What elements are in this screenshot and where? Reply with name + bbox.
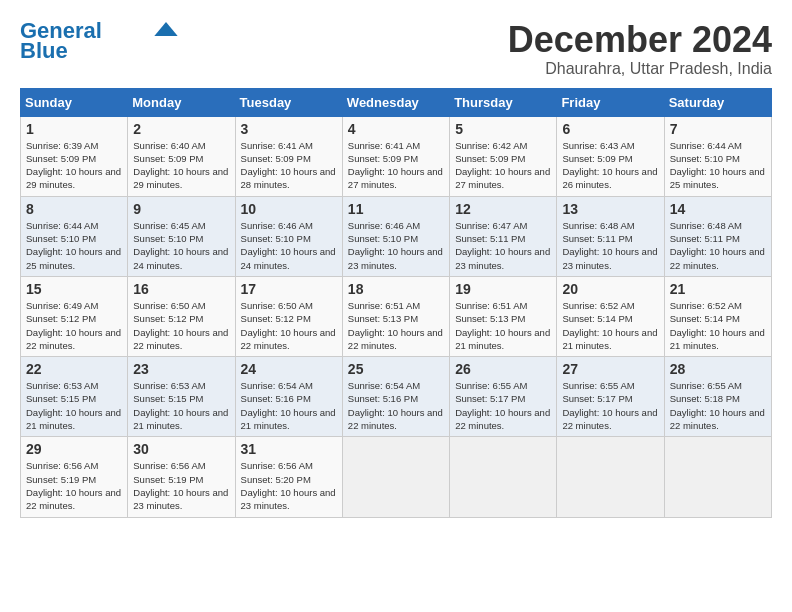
logo: General Blue xyxy=(20,20,178,62)
day-number: 15 xyxy=(26,281,122,297)
day-info: Sunrise: 6:44 AM Sunset: 5:10 PM Dayligh… xyxy=(670,140,765,191)
day-info: Sunrise: 6:55 AM Sunset: 5:18 PM Dayligh… xyxy=(670,380,765,431)
day-number: 27 xyxy=(562,361,658,377)
header-cell-tuesday: Tuesday xyxy=(235,88,342,116)
day-cell-14: 14 Sunrise: 6:48 AM Sunset: 5:11 PM Dayl… xyxy=(664,196,771,276)
day-info: Sunrise: 6:42 AM Sunset: 5:09 PM Dayligh… xyxy=(455,140,550,191)
day-number: 4 xyxy=(348,121,444,137)
day-cell-24: 24 Sunrise: 6:54 AM Sunset: 5:16 PM Dayl… xyxy=(235,357,342,437)
day-info: Sunrise: 6:39 AM Sunset: 5:09 PM Dayligh… xyxy=(26,140,121,191)
day-cell-20: 20 Sunrise: 6:52 AM Sunset: 5:14 PM Dayl… xyxy=(557,276,664,356)
calendar-week-4: 22 Sunrise: 6:53 AM Sunset: 5:15 PM Dayl… xyxy=(21,357,772,437)
day-number: 30 xyxy=(133,441,229,457)
day-number: 31 xyxy=(241,441,337,457)
day-cell-3: 3 Sunrise: 6:41 AM Sunset: 5:09 PM Dayli… xyxy=(235,116,342,196)
calendar-week-2: 8 Sunrise: 6:44 AM Sunset: 5:10 PM Dayli… xyxy=(21,196,772,276)
calendar-header: SundayMondayTuesdayWednesdayThursdayFrid… xyxy=(21,88,772,116)
day-info: Sunrise: 6:48 AM Sunset: 5:11 PM Dayligh… xyxy=(562,220,657,271)
day-number: 3 xyxy=(241,121,337,137)
header-cell-saturday: Saturday xyxy=(664,88,771,116)
day-cell-25: 25 Sunrise: 6:54 AM Sunset: 5:16 PM Dayl… xyxy=(342,357,449,437)
day-info: Sunrise: 6:55 AM Sunset: 5:17 PM Dayligh… xyxy=(562,380,657,431)
day-info: Sunrise: 6:52 AM Sunset: 5:14 PM Dayligh… xyxy=(562,300,657,351)
day-cell-9: 9 Sunrise: 6:45 AM Sunset: 5:10 PM Dayli… xyxy=(128,196,235,276)
day-cell-7: 7 Sunrise: 6:44 AM Sunset: 5:10 PM Dayli… xyxy=(664,116,771,196)
day-number: 29 xyxy=(26,441,122,457)
header-cell-monday: Monday xyxy=(128,88,235,116)
day-info: Sunrise: 6:47 AM Sunset: 5:11 PM Dayligh… xyxy=(455,220,550,271)
day-cell-27: 27 Sunrise: 6:55 AM Sunset: 5:17 PM Dayl… xyxy=(557,357,664,437)
day-cell-23: 23 Sunrise: 6:53 AM Sunset: 5:15 PM Dayl… xyxy=(128,357,235,437)
svg-marker-0 xyxy=(154,22,177,36)
day-info: Sunrise: 6:56 AM Sunset: 5:19 PM Dayligh… xyxy=(133,460,228,511)
day-cell-21: 21 Sunrise: 6:52 AM Sunset: 5:14 PM Dayl… xyxy=(664,276,771,356)
day-cell-5: 5 Sunrise: 6:42 AM Sunset: 5:09 PM Dayli… xyxy=(450,116,557,196)
day-number: 18 xyxy=(348,281,444,297)
day-cell-4: 4 Sunrise: 6:41 AM Sunset: 5:09 PM Dayli… xyxy=(342,116,449,196)
day-number: 6 xyxy=(562,121,658,137)
day-info: Sunrise: 6:46 AM Sunset: 5:10 PM Dayligh… xyxy=(348,220,443,271)
day-cell-1: 1 Sunrise: 6:39 AM Sunset: 5:09 PM Dayli… xyxy=(21,116,128,196)
day-number: 12 xyxy=(455,201,551,217)
day-number: 21 xyxy=(670,281,766,297)
calendar-week-3: 15 Sunrise: 6:49 AM Sunset: 5:12 PM Dayl… xyxy=(21,276,772,356)
day-cell-13: 13 Sunrise: 6:48 AM Sunset: 5:11 PM Dayl… xyxy=(557,196,664,276)
calendar-title: December 2024 xyxy=(508,20,772,60)
day-info: Sunrise: 6:54 AM Sunset: 5:16 PM Dayligh… xyxy=(241,380,336,431)
day-number: 26 xyxy=(455,361,551,377)
day-cell-2: 2 Sunrise: 6:40 AM Sunset: 5:09 PM Dayli… xyxy=(128,116,235,196)
day-number: 13 xyxy=(562,201,658,217)
day-cell-29: 29 Sunrise: 6:56 AM Sunset: 5:19 PM Dayl… xyxy=(21,437,128,517)
logo-icon xyxy=(154,22,178,36)
day-cell-6: 6 Sunrise: 6:43 AM Sunset: 5:09 PM Dayli… xyxy=(557,116,664,196)
title-area: December 2024 Dhaurahra, Uttar Pradesh, … xyxy=(508,20,772,78)
day-info: Sunrise: 6:51 AM Sunset: 5:13 PM Dayligh… xyxy=(348,300,443,351)
header-row: SundayMondayTuesdayWednesdayThursdayFrid… xyxy=(21,88,772,116)
header-cell-sunday: Sunday xyxy=(21,88,128,116)
header: General Blue December 2024 Dhaurahra, Ut… xyxy=(20,20,772,78)
day-info: Sunrise: 6:46 AM Sunset: 5:10 PM Dayligh… xyxy=(241,220,336,271)
day-info: Sunrise: 6:41 AM Sunset: 5:09 PM Dayligh… xyxy=(348,140,443,191)
day-info: Sunrise: 6:54 AM Sunset: 5:16 PM Dayligh… xyxy=(348,380,443,431)
day-number: 16 xyxy=(133,281,229,297)
day-info: Sunrise: 6:56 AM Sunset: 5:20 PM Dayligh… xyxy=(241,460,336,511)
day-cell-8: 8 Sunrise: 6:44 AM Sunset: 5:10 PM Dayli… xyxy=(21,196,128,276)
day-cell-11: 11 Sunrise: 6:46 AM Sunset: 5:10 PM Dayl… xyxy=(342,196,449,276)
day-info: Sunrise: 6:45 AM Sunset: 5:10 PM Dayligh… xyxy=(133,220,228,271)
empty-cell xyxy=(664,437,771,517)
day-info: Sunrise: 6:44 AM Sunset: 5:10 PM Dayligh… xyxy=(26,220,121,271)
day-info: Sunrise: 6:48 AM Sunset: 5:11 PM Dayligh… xyxy=(670,220,765,271)
header-cell-friday: Friday xyxy=(557,88,664,116)
header-cell-wednesday: Wednesday xyxy=(342,88,449,116)
day-cell-28: 28 Sunrise: 6:55 AM Sunset: 5:18 PM Dayl… xyxy=(664,357,771,437)
day-cell-30: 30 Sunrise: 6:56 AM Sunset: 5:19 PM Dayl… xyxy=(128,437,235,517)
day-info: Sunrise: 6:50 AM Sunset: 5:12 PM Dayligh… xyxy=(241,300,336,351)
day-number: 14 xyxy=(670,201,766,217)
day-number: 2 xyxy=(133,121,229,137)
day-info: Sunrise: 6:51 AM Sunset: 5:13 PM Dayligh… xyxy=(455,300,550,351)
day-info: Sunrise: 6:41 AM Sunset: 5:09 PM Dayligh… xyxy=(241,140,336,191)
day-info: Sunrise: 6:50 AM Sunset: 5:12 PM Dayligh… xyxy=(133,300,228,351)
day-info: Sunrise: 6:55 AM Sunset: 5:17 PM Dayligh… xyxy=(455,380,550,431)
empty-cell xyxy=(450,437,557,517)
day-number: 10 xyxy=(241,201,337,217)
day-cell-12: 12 Sunrise: 6:47 AM Sunset: 5:11 PM Dayl… xyxy=(450,196,557,276)
day-number: 8 xyxy=(26,201,122,217)
day-number: 22 xyxy=(26,361,122,377)
empty-cell xyxy=(557,437,664,517)
day-info: Sunrise: 6:43 AM Sunset: 5:09 PM Dayligh… xyxy=(562,140,657,191)
day-number: 20 xyxy=(562,281,658,297)
day-number: 9 xyxy=(133,201,229,217)
day-number: 7 xyxy=(670,121,766,137)
day-cell-26: 26 Sunrise: 6:55 AM Sunset: 5:17 PM Dayl… xyxy=(450,357,557,437)
calendar-body: 1 Sunrise: 6:39 AM Sunset: 5:09 PM Dayli… xyxy=(21,116,772,517)
day-number: 17 xyxy=(241,281,337,297)
calendar-table: SundayMondayTuesdayWednesdayThursdayFrid… xyxy=(20,88,772,518)
day-cell-22: 22 Sunrise: 6:53 AM Sunset: 5:15 PM Dayl… xyxy=(21,357,128,437)
day-number: 28 xyxy=(670,361,766,377)
calendar-subtitle: Dhaurahra, Uttar Pradesh, India xyxy=(508,60,772,78)
header-cell-thursday: Thursday xyxy=(450,88,557,116)
day-number: 19 xyxy=(455,281,551,297)
day-number: 24 xyxy=(241,361,337,377)
day-cell-10: 10 Sunrise: 6:46 AM Sunset: 5:10 PM Dayl… xyxy=(235,196,342,276)
